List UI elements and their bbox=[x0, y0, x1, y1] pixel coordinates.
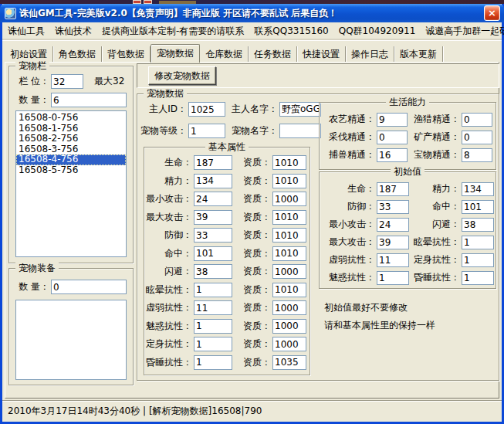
initial-values-grid: 生命： 精力： 防御： bbox=[324, 180, 494, 287]
basic-attr-row: 虚弱抗性： 资质： bbox=[146, 299, 308, 317]
initial-value-input[interactable] bbox=[377, 218, 409, 232]
attr-label: 最小攻击： bbox=[146, 192, 192, 205]
equip-count-input[interactable] bbox=[51, 280, 127, 294]
attr-label: 魅惑抗性： bbox=[146, 320, 192, 333]
tab[interactable]: 任务数据 bbox=[249, 46, 297, 62]
pet-list-item[interactable]: 16508-1-756 bbox=[16, 124, 126, 134]
life-skill-input[interactable] bbox=[462, 113, 492, 127]
menu-item[interactable]: 诚邀高手加群一起研究 bbox=[425, 25, 504, 38]
pet-bar-group: 宠物栏 栏 位： 最大32 数 量： 16508-0-75616508-1-75… bbox=[8, 66, 134, 263]
attr-value-input[interactable] bbox=[194, 228, 232, 243]
life-skill-input[interactable] bbox=[377, 148, 408, 162]
initial-value-input[interactable] bbox=[377, 253, 409, 267]
initial-value-input[interactable] bbox=[462, 200, 494, 214]
tab[interactable]: 操作日志 bbox=[346, 46, 394, 62]
zizhi-value-input[interactable] bbox=[272, 300, 306, 315]
initial-value-input[interactable] bbox=[462, 218, 494, 232]
initial-value-input[interactable] bbox=[377, 236, 409, 249]
attr-value-input[interactable] bbox=[194, 283, 232, 297]
owner-id-input[interactable] bbox=[188, 102, 225, 117]
initial-values-group: 初始值 生命： 精力： bbox=[319, 171, 496, 289]
pet-list-item[interactable]: 16508-4-756 bbox=[16, 154, 126, 165]
menu-item[interactable]: 诛仙技术 bbox=[55, 25, 92, 38]
close-button[interactable]: × bbox=[484, 5, 500, 21]
zizhi-label: 资质： bbox=[237, 320, 271, 333]
attr-value-input[interactable] bbox=[194, 355, 232, 370]
attr-value-input[interactable] bbox=[194, 300, 232, 315]
zizhi-value-input[interactable] bbox=[272, 192, 306, 206]
attr-value-input[interactable] bbox=[194, 210, 232, 225]
initial-value-label: 眩晕抗性： bbox=[409, 236, 460, 249]
attr-value-input[interactable] bbox=[194, 174, 232, 188]
attr-value-input[interactable] bbox=[194, 337, 232, 351]
pet-list-item[interactable]: 16508-5-756 bbox=[16, 165, 126, 176]
initial-value-cell: 虚弱抗性： bbox=[324, 253, 409, 267]
zizhi-value-input[interactable] bbox=[272, 355, 306, 370]
tab[interactable]: 背包数据 bbox=[102, 46, 151, 62]
tab-strip: 初始设置角色数据背包数据宠物数据仓库数据任务数据快捷设置操作日志版本更新 bbox=[5, 44, 499, 62]
app-icon bbox=[5, 8, 16, 19]
life-skill-cell: 渔猎精通： bbox=[409, 113, 494, 127]
zizhi-value-input[interactable] bbox=[272, 337, 306, 351]
owner-name-input[interactable] bbox=[279, 102, 321, 117]
attr-label: 命中： bbox=[146, 247, 192, 260]
tab[interactable]: 版本更新 bbox=[394, 46, 443, 62]
attr-label: 虚弱抗性： bbox=[146, 301, 192, 314]
life-skill-label: 矿产精通： bbox=[409, 131, 460, 144]
basic-attr-row: 眩晕抗性： 资质： bbox=[146, 281, 308, 300]
zizhi-label: 资质： bbox=[237, 356, 271, 369]
tab[interactable]: 宠物数据 bbox=[151, 44, 200, 63]
pet-list-item[interactable]: 16508-0-756 bbox=[16, 113, 126, 124]
pet-equip-group-title: 宠物装备 bbox=[15, 263, 59, 273]
tab[interactable]: 仓库数据 bbox=[200, 46, 249, 62]
menu-item[interactable]: 提供商业版本定制-有需要的请联系 bbox=[102, 25, 244, 38]
pet-count-input[interactable] bbox=[51, 93, 127, 107]
life-skill-label: 采伐精通： bbox=[324, 131, 375, 144]
initial-value-input[interactable] bbox=[377, 271, 409, 285]
pet-name-input[interactable] bbox=[279, 124, 321, 138]
initial-value-cell: 防御： bbox=[324, 200, 409, 214]
tab[interactable]: 角色数据 bbox=[53, 46, 102, 62]
life-skill-input[interactable] bbox=[462, 148, 492, 162]
initial-value-input[interactable] bbox=[377, 200, 409, 214]
life-skill-input[interactable] bbox=[462, 131, 492, 144]
initial-value-input[interactable] bbox=[377, 182, 409, 196]
initial-value-input[interactable] bbox=[462, 253, 494, 267]
menu-item[interactable]: 联系QQ3315160 bbox=[254, 25, 328, 38]
menu-item[interactable]: QQ群104920911 bbox=[339, 25, 416, 38]
initial-value-label: 闪避： bbox=[409, 218, 460, 231]
life-skills-group: 生活能力 农艺精通： 渔猎精通： bbox=[319, 102, 496, 170]
slot-input[interactable] bbox=[51, 74, 83, 89]
basic-attr-row: 防御： 资质： bbox=[146, 226, 308, 245]
zizhi-value-input[interactable] bbox=[272, 174, 306, 188]
pet-level-input[interactable] bbox=[188, 124, 225, 138]
zizhi-value-input[interactable] bbox=[272, 210, 306, 225]
attr-value-input[interactable] bbox=[194, 246, 232, 261]
zizhi-value-input[interactable] bbox=[272, 283, 306, 297]
tab[interactable]: 初始设置 bbox=[5, 46, 53, 62]
zizhi-label: 资质： bbox=[237, 211, 271, 224]
attr-value-input[interactable] bbox=[194, 155, 232, 170]
initial-value-input[interactable] bbox=[462, 182, 494, 196]
attr-value-input[interactable] bbox=[194, 192, 232, 206]
attr-value-input[interactable] bbox=[194, 264, 232, 279]
zizhi-value-input[interactable] bbox=[272, 228, 306, 243]
menu-item[interactable]: 诛仙工具 bbox=[8, 25, 45, 38]
zizhi-value-input[interactable] bbox=[272, 319, 306, 334]
tab[interactable]: 快捷设置 bbox=[297, 46, 346, 62]
life-skill-input[interactable] bbox=[377, 131, 408, 144]
pet-equip-group: 宠物装备 数 量： bbox=[8, 268, 134, 385]
zizhi-value-input[interactable] bbox=[272, 264, 306, 279]
attr-value-input[interactable] bbox=[194, 319, 232, 334]
pet-list-item[interactable]: 16508-3-756 bbox=[16, 144, 126, 155]
equip-listbox[interactable] bbox=[15, 300, 127, 380]
pet-listbox[interactable]: 16508-0-75616508-1-75616508-2-75616508-3… bbox=[15, 110, 127, 257]
basic-attr-row: 最小攻击： 资质： bbox=[146, 190, 308, 209]
life-skill-input[interactable] bbox=[377, 113, 408, 127]
zizhi-value-input[interactable] bbox=[272, 155, 306, 170]
initial-value-input[interactable] bbox=[462, 236, 494, 249]
initial-value-input[interactable] bbox=[462, 271, 494, 285]
modify-pet-data-button[interactable]: 修改宠物数据 bbox=[148, 66, 216, 85]
pet-list-item[interactable]: 16508-2-756 bbox=[16, 134, 126, 144]
zizhi-value-input[interactable] bbox=[272, 246, 306, 261]
